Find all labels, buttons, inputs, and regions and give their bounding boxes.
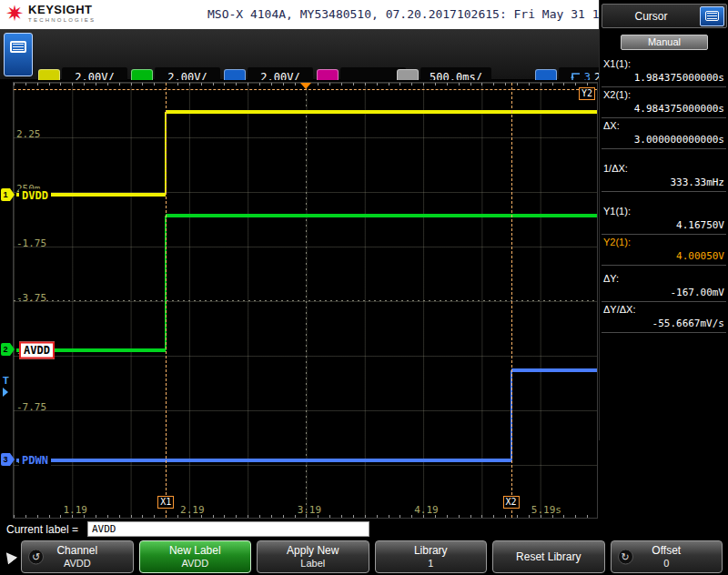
channel-marker-1[interactable]: 1 [1,188,15,201]
trace-label-pdwn[interactable]: PDWN [19,454,51,468]
cursor-sidebar: Cursor Manual X1(1): 1.984375000000s X2(… [599,0,728,440]
menu-icon [10,41,26,53]
softkey-label: Channel [56,544,97,557]
softkey-label: Apply New [287,544,339,557]
cursor-row-label: ΔY/ΔX: [603,303,724,317]
softkey-menu: ↺ Channel AVDD New Label AVDD Apply New … [0,539,728,575]
cursor-panel-header: Cursor [602,4,727,28]
cursor-row-label: ΔY: [603,272,724,286]
y-axis-label: -1.75 [16,237,46,249]
softkey-sublabel: AVDD [181,557,208,570]
cursor-menu-button[interactable] [700,6,724,26]
cursor-x1-line[interactable] [166,83,167,518]
softkey-apply-new-label[interactable]: Apply New Label [257,540,369,573]
softkey-new-label[interactable]: New Label AVDD [139,540,252,573]
y-axis-label: 2.25 [16,128,41,140]
cursor-row-label: X2(1): [603,88,724,102]
trigger-time-marker[interactable] [300,83,311,95]
cursor-row-value: 333.33mHz [603,176,724,189]
trace-label-dvdd[interactable]: DVDD [19,188,51,202]
cursor-row-value: 1.984375000000s [603,71,724,85]
y-axis-label: 4.25V [16,82,46,86]
softkey-label: New Label [169,544,221,557]
softkey-offset[interactable]: ↻ Offset 0 [611,540,723,573]
cursor-row-label: Y2(1): [603,236,724,249]
brand-subtitle: TECHNOLOGIES [28,16,96,24]
cursor-x2-tag[interactable]: X2 [503,496,520,509]
trigger-level-marker[interactable]: T [3,376,9,397]
main-menu-button[interactable] [4,33,33,76]
softkey-sublabel: Label [300,557,325,570]
cursor-row-value: 4.984375000000s [603,102,724,116]
cursor-row-y2: Y2(1): 4.00050V [602,235,726,266]
center-horizontal-gridline [14,300,597,301]
trace-avdd [166,214,598,217]
knob-circle-icon: ↻ [618,550,633,565]
y-axis-label: -7.75 [16,401,46,413]
cursor-row-value: 3.000000000000s [603,133,724,146]
cursor-row-y1: Y1(1): 4.16750V [602,204,726,235]
x-axis-label: 5.19s [531,504,561,516]
menu-icon [705,11,719,21]
x-axis-label: 2.19 [180,504,205,516]
cursor-mode-button[interactable]: Manual [621,35,708,50]
trace-pdwn [511,368,598,372]
softkey-channel[interactable]: ↺ Channel AVDD [21,540,134,573]
x-axis-label: 3.19 [298,504,322,516]
softkey-sublabel: AVDD [64,557,91,570]
back-arrow-icon[interactable] [2,549,18,564]
softkey-sublabel: 0 [663,557,669,570]
cursor-panel-title: Cursor [602,10,700,23]
current-label-bar: Current label = [0,520,728,539]
channel-marker-3[interactable]: 3 [1,453,15,466]
cursor-row-value: -167.00mV [603,286,724,299]
plot-area: 4.25V2.25250m-1.75-3.75-5.75-7.75-9.751.… [13,82,598,519]
keysight-logo: ✷ KEYSIGHT TECHNOLOGIES [5,3,96,25]
cursor-row-label: Y1(1): [603,205,724,218]
softkey-label: Offset [652,544,681,557]
current-label-caption: Current label = [6,523,78,536]
cursor-y2-tag[interactable]: Y2 [579,87,595,100]
softkey-library[interactable]: Library 1 [375,540,488,573]
keysight-spark-icon: ✷ [5,3,24,25]
softkey-reset-library[interactable]: Reset Library [492,540,605,573]
cursor-row-value: 4.16750V [603,218,724,232]
cursor-row-value: 4.00050V [603,249,724,263]
cursor-row-label: 1/ΔX: [603,162,724,176]
x-axis-label: 4.19 [414,504,439,516]
cursor-x1-tag[interactable]: X1 [157,496,174,509]
cursor-row-inv-dx: 1/ΔX: 333.33mHz [602,161,726,192]
cursor-row-dy-dx: ΔY/ΔX: -55.6667mV/s [602,302,726,333]
trace-label-avdd[interactable]: AVDD [19,341,55,358]
cursor-row-dy: ΔY: -167.00mV [602,271,726,302]
trace-pdwn [16,459,511,462]
cursor-row-x2: X2(1): 4.984375000000s [602,87,726,118]
back-circle-icon: ↺ [28,550,44,565]
y-axis-label: -3.75 [16,292,46,304]
softkey-sublabel: 1 [428,557,433,570]
brand-name: KEYSIGHT [28,4,96,16]
cursor-row-x1: X1(1): 1.984375000000s [602,56,726,87]
x-axis-label: 1.19 [63,504,87,516]
cursor-row-value: -55.6667mV/s [603,317,724,330]
softkey-label: Reset Library [516,550,581,563]
current-label-input[interactable] [87,521,369,537]
cursor-row-dx: ΔX: 3.000000000000s [602,118,726,149]
cursor-readouts: X1(1): 1.984375000000s X2(1): 4.98437500… [602,56,726,333]
cursor-x2-line[interactable] [511,83,512,518]
cursor-row-label: X1(1): [603,57,724,71]
trace-dvdd [166,110,598,114]
cursor-row-label: ΔX: [603,119,724,133]
channel-marker-2[interactable]: 2 [1,343,15,356]
softkey-label: Library [414,544,448,557]
